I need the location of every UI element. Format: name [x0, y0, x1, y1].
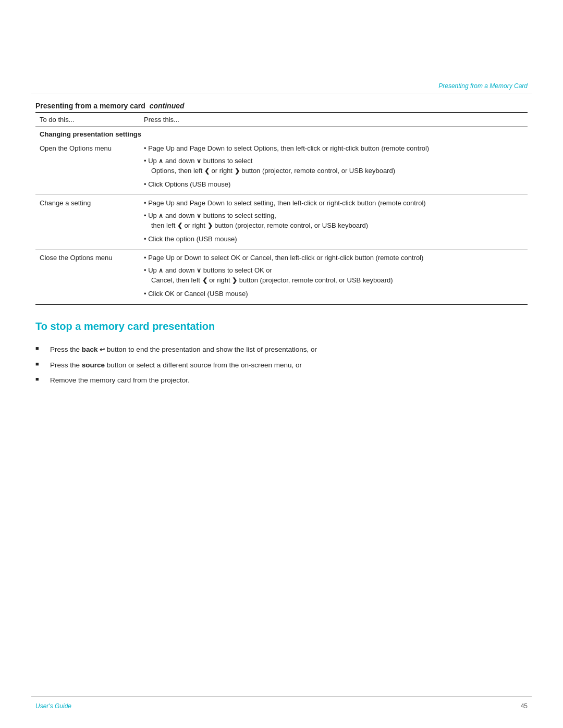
left-arrow-icon: ❮ — [202, 276, 207, 285]
row3-col2: Page Up or Down to select OK or Cancel, … — [140, 250, 528, 305]
down-arrow-icon: ∨ — [197, 156, 201, 166]
row2-col1: Change a setting — [35, 195, 140, 250]
bullet-item: Up ∧ and down ∨ buttons to select Option… — [144, 156, 523, 176]
header-title: Presenting from a Memory Card — [438, 82, 528, 90]
section-header-row: Changing presentation settings — [35, 127, 528, 141]
bullet-item: Click Options (USB mouse) — [144, 179, 523, 190]
row1-col2: Page Up and Page Down to select Options,… — [140, 140, 528, 195]
footer-left: User's Guide — [35, 702, 71, 710]
bullet-item: Page Up and Page Down to select Options,… — [144, 143, 523, 154]
list-item: Remove the memory card from the projecto… — [35, 373, 528, 388]
stop-section: To stop a memory card presentation Press… — [35, 320, 528, 388]
bullet-item: Page Up or Down to select OK or Cancel, … — [144, 253, 523, 263]
left-arrow-icon: ❮ — [177, 221, 182, 230]
header-rule — [31, 93, 532, 93]
section-heading: Changing presentation settings — [35, 127, 528, 141]
back-arrow-icon: ↩ — [100, 345, 105, 355]
right-arrow-icon: ❯ — [232, 276, 237, 285]
table-section-title-em: continued — [150, 102, 185, 110]
table-row: Open the Options menu Page Up and Page D… — [35, 140, 528, 195]
up-arrow-icon: ∧ — [158, 156, 163, 166]
col1-header: To do this... — [35, 113, 140, 127]
footer-rule — [31, 696, 532, 697]
list-item: Press the source button or select a diff… — [35, 357, 528, 373]
up-arrow-icon: ∧ — [158, 266, 163, 275]
col2-header: Press this... — [140, 113, 528, 127]
right-arrow-icon: ❯ — [207, 221, 213, 230]
bullet-item: Up ∧ and down ∨ buttons to select OK or … — [144, 265, 523, 286]
row1-col1: Open the Options menu — [35, 140, 140, 195]
page: Presenting from a Memory Card Presenting… — [0, 0, 563, 728]
footer-right: 45 — [521, 702, 528, 710]
down-arrow-icon: ∨ — [197, 211, 201, 220]
col-header-row: To do this... Press this... — [35, 113, 528, 127]
left-arrow-icon: ❮ — [204, 166, 210, 176]
main-table: To do this... Press this... Changing pre… — [35, 112, 528, 305]
stop-heading: To stop a memory card presentation — [35, 320, 528, 332]
bullet-item: Up ∧ and down ∨ buttons to select settin… — [144, 211, 523, 231]
table-row: Change a setting Page Up and Page Down t… — [35, 195, 528, 250]
bullet-item: Page Up and Page Down to select setting,… — [144, 198, 523, 208]
table-section-title: Presenting from a memory card — [35, 102, 145, 110]
row3-col1: Close the Options menu — [35, 250, 140, 305]
table-title: Presenting from a memory card continued — [35, 102, 528, 110]
list-item: Press the back ↩ button to end the prese… — [35, 342, 528, 357]
down-arrow-icon: ∨ — [197, 266, 201, 275]
row2-col2: Page Up and Page Down to select setting,… — [140, 195, 528, 250]
table-row: Close the Options menu Page Up or Down t… — [35, 250, 528, 305]
bullet-item: Click OK or Cancel (USB mouse) — [144, 289, 523, 299]
up-arrow-icon: ∧ — [158, 211, 163, 220]
content: Presenting from a memory card continued … — [35, 0, 528, 388]
right-arrow-icon: ❯ — [235, 166, 240, 176]
stop-list: Press the back ↩ button to end the prese… — [35, 342, 528, 388]
bullet-item: Click the option (USB mouse) — [144, 234, 523, 244]
